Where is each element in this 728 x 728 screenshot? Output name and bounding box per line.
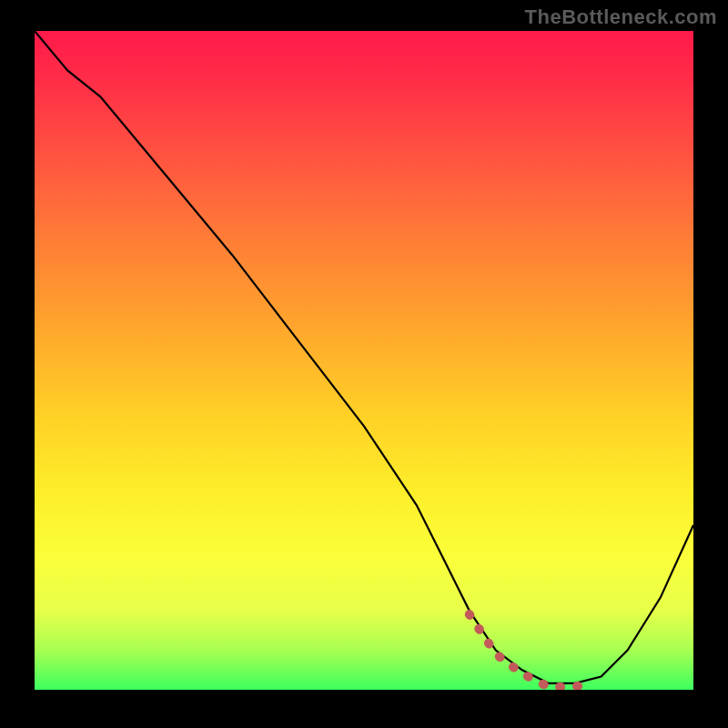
curve-path xyxy=(35,31,693,683)
watermark-text: TheBottleneck.com xyxy=(525,5,717,29)
bottleneck-curve xyxy=(35,31,693,690)
highlight-dots xyxy=(470,614,588,687)
chart-container: TheBottleneck.com xyxy=(0,0,728,728)
plot-area xyxy=(35,31,693,690)
